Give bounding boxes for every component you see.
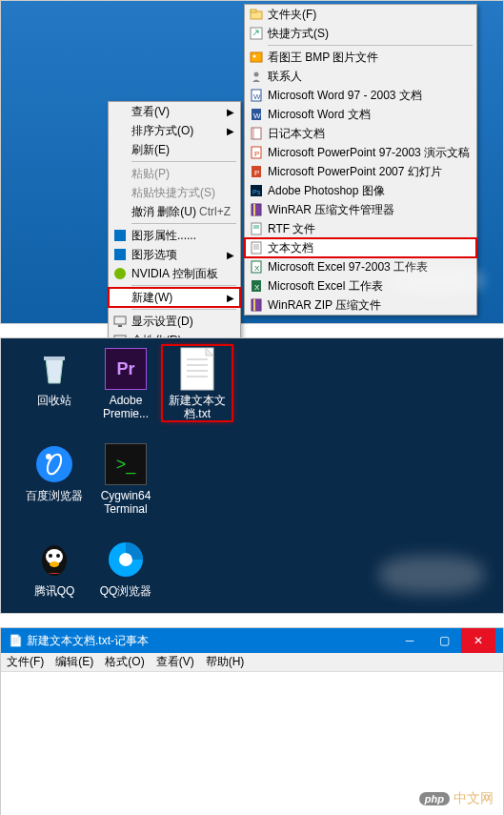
desktop-icon-label: 回收站	[20, 394, 89, 407]
menu-item-label: WinRAR ZIP 压缩文件	[268, 297, 381, 314]
svg-point-53	[50, 561, 59, 567]
menu-item-label: 查看(V)	[131, 104, 170, 120]
desktop-icon-premiere[interactable]: PrAdobePremie...	[91, 346, 160, 420]
menu-item[interactable]: WinRAR ZIP 压缩文件	[245, 295, 476, 315]
menu-item[interactable]: 刷新(E)	[109, 140, 240, 159]
rtf-icon	[249, 221, 264, 236]
svg-rect-26	[252, 223, 261, 234]
menu-item[interactable]: 日记本文档	[245, 124, 476, 143]
menu-item-label: 日记本文档	[268, 126, 325, 142]
maximize-button[interactable]: ▢	[427, 628, 461, 653]
menu-item[interactable]: WinRAR 压缩文件管理器	[245, 200, 476, 219]
watermark-text: 中文网	[454, 790, 494, 807]
desktop-icon-txtfile[interactable]: 新建文本文档.txt	[163, 346, 232, 420]
menu-item[interactable]: 文本文档	[245, 238, 476, 257]
minimize-button[interactable]: ─	[393, 628, 427, 653]
menu-item[interactable]: 文件夹(F)	[245, 5, 476, 24]
menu-item[interactable]: PsAdobe Photoshop 图像	[245, 181, 476, 200]
menu-item[interactable]: PMicrosoft PowerPoint 97-2003 演示文稿	[245, 143, 476, 162]
menu-item[interactable]: 撤消 删除(U)Ctrl+Z	[109, 202, 240, 221]
menubar-item[interactable]: 文件(F)	[7, 654, 44, 670]
svg-point-48	[46, 454, 51, 459]
desktop-icon-cygwin[interactable]: >_Cygwin64Terminal	[91, 441, 160, 516]
desktop-icon-label: 腾讯QQ	[20, 584, 89, 598]
menu-item[interactable]: NVIDIA 控制面板	[109, 264, 240, 283]
notepad-editor[interactable]: php 中文网	[1, 672, 503, 815]
context-menu-screenshot: 查看(V)▶排序方式(O)▶刷新(E)粘贴(P)粘贴快捷方式(S)撤消 删除(U…	[0, 0, 504, 324]
svg-rect-1	[114, 249, 126, 260]
journal-icon	[249, 126, 264, 141]
watermark-badge: php	[419, 792, 450, 805]
desktop-icon-label: Cygwin64Terminal	[91, 489, 160, 516]
display-icon	[112, 314, 128, 329]
menu-item-label: 粘贴(P)	[131, 166, 170, 182]
rar-icon	[249, 202, 264, 217]
menu-item[interactable]: 粘贴快捷方式(S)	[109, 183, 240, 202]
svg-point-55	[119, 553, 132, 566]
menubar-item[interactable]: 编辑(E)	[55, 654, 93, 670]
watermark: php 中文网	[419, 790, 494, 807]
menu-item-label: WinRAR 压缩文件管理器	[268, 202, 394, 218]
submenu-arrow-icon: ▶	[227, 293, 234, 303]
menu-item[interactable]: 粘贴(P)	[109, 164, 240, 183]
desktop-screenshot: 回收站PrAdobePremie...新建文本文档.txt百度浏览器>_Cygw…	[0, 337, 504, 614]
baidu-icon	[31, 441, 77, 487]
menu-item[interactable]: 看图王 BMP 图片文件	[245, 48, 476, 67]
desktop-icon-qq[interactable]: 腾讯QQ	[20, 537, 89, 598]
menu-item-label: RTF 文件	[268, 221, 315, 237]
menu-item-label: 新建(W)	[131, 290, 172, 306]
svg-point-10	[253, 55, 256, 58]
svg-point-2	[114, 268, 126, 279]
menu-item-label: 撤消 删除(U)	[131, 204, 196, 220]
menu-item[interactable]: WMicrosoft Word 文档	[245, 105, 476, 124]
doc-icon: W	[249, 88, 264, 103]
notepad-title-app: 记事本	[114, 633, 149, 649]
menu-item[interactable]: PMicrosoft PowerPoint 2007 幻灯片	[245, 162, 476, 181]
menu-shortcut: Ctrl+Z	[199, 205, 231, 218]
menu-item[interactable]: 排序方式(O)▶	[109, 121, 240, 140]
menu-item[interactable]: RTF 文件	[245, 219, 476, 238]
desktop-icon-label: 新建文本文档.txt	[163, 394, 232, 420]
desktop-icon-qqbrowser[interactable]: QQ浏览器	[91, 537, 160, 598]
menu-item-label: 刷新(E)	[131, 142, 170, 158]
desktop-icon-label: QQ浏览器	[91, 584, 160, 598]
close-button[interactable]: ✕	[461, 628, 495, 653]
recycle-bin-icon	[31, 346, 77, 392]
menu-item[interactable]: 图形选项▶	[109, 245, 240, 264]
menu-item[interactable]: WMicrosoft Word 97 - 2003 文档	[245, 86, 476, 105]
desktop-icon-recycle-bin[interactable]: 回收站	[20, 346, 89, 407]
psd-icon: Ps	[249, 183, 264, 198]
svg-text:Ps: Ps	[252, 189, 261, 195]
menu-item[interactable]: 图形属性......	[109, 226, 240, 245]
svg-point-52	[56, 554, 60, 558]
menu-item-label: 粘贴快捷方式(S)	[131, 185, 215, 201]
xls-icon: X	[249, 259, 264, 275]
menu-item[interactable]: 新建(W)▶	[109, 288, 240, 307]
svg-text:X: X	[254, 264, 260, 273]
desktop-icon-label: AdobePremie...	[91, 394, 160, 420]
menu-item[interactable]: 显示设置(D)	[109, 312, 240, 331]
menu-item-label: 看图王 BMP 图片文件	[268, 50, 378, 66]
menu-item-label: 文件夹(F)	[268, 7, 316, 23]
svg-point-11	[254, 72, 259, 77]
svg-text:P: P	[254, 150, 259, 158]
menubar-item[interactable]: 格式(O)	[105, 654, 144, 670]
menu-item[interactable]: 快捷方式(S)	[245, 24, 476, 43]
notepad-title-filename: 新建文本文档.txt	[27, 633, 111, 649]
svg-rect-8	[251, 28, 262, 39]
submenu-arrow-icon: ▶	[227, 126, 234, 136]
txt-icon	[249, 240, 264, 255]
menu-item-label: 图形属性......	[131, 228, 196, 244]
menu-item-label: 联系人	[268, 69, 302, 85]
menubar-item[interactable]: 查看(V)	[156, 654, 194, 670]
blurred-area	[379, 556, 484, 594]
notepad-titlebar[interactable]: 📄 新建文本文档.txt - 记事本 ─ ▢ ✕	[1, 628, 503, 653]
desktop-context-menu[interactable]: 查看(V)▶排序方式(O)▶刷新(E)粘贴(P)粘贴快捷方式(S)撤消 删除(U…	[108, 101, 241, 351]
desktop-icon-baidu[interactable]: 百度浏览器	[20, 441, 89, 502]
notepad-menubar[interactable]: 文件(F)编辑(E)格式(O)查看(V)帮助(H)	[1, 653, 503, 672]
menu-item[interactable]: 联系人	[245, 67, 476, 86]
intel-icon	[112, 228, 128, 243]
menu-item[interactable]: 查看(V)▶	[109, 102, 240, 121]
menubar-item[interactable]: 帮助(H)	[206, 654, 245, 670]
menu-item-label: Microsoft Word 97 - 2003 文档	[268, 88, 422, 104]
